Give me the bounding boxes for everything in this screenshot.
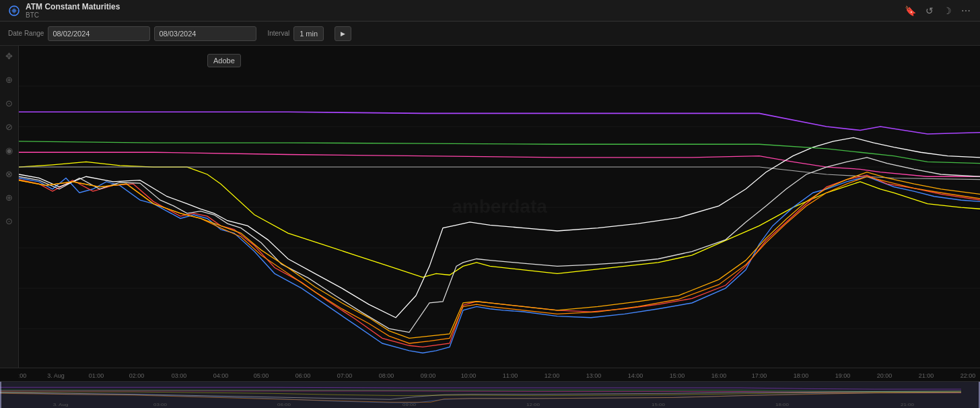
range-0900: 09:00 bbox=[403, 403, 416, 407]
atm-30-line bbox=[19, 167, 980, 180]
date-start-input[interactable] bbox=[48, 26, 150, 41]
theme-button[interactable]: ☽ bbox=[942, 4, 953, 18]
expand-button[interactable]: ▶ bbox=[335, 26, 351, 41]
xlabel-0500: 05:00 bbox=[254, 372, 269, 379]
atm-1-line bbox=[19, 176, 980, 353]
xlabel-1900: 19:00 bbox=[835, 372, 851, 379]
sidebar-icon-6[interactable]: ⊗ bbox=[5, 169, 13, 179]
sidebar-icon-1[interactable]: ✥ bbox=[5, 51, 13, 61]
xlabel-2200: 22:00 bbox=[960, 372, 976, 379]
header: ATM Constant Maturities BTC 🔖 ↺ ☽ ⋯ bbox=[0, 0, 980, 22]
xlabel-aug3: 3. Aug bbox=[47, 372, 65, 379]
sidebar-icon-2[interactable]: ⊕ bbox=[5, 75, 13, 85]
header-left: ATM Constant Maturities BTC bbox=[8, 2, 120, 19]
main-area: ✥ ⊕ ⊙ ⊘ ◉ ⊗ ⊕ ⊙ amberdata Adobe bbox=[0, 46, 980, 368]
xlabel-1700: 17:00 bbox=[752, 372, 767, 379]
xlabel-1100: 11:00 bbox=[503, 372, 518, 379]
x-axis-svg: 23:00 3. Aug 01:00 02:00 03:00 04:00 05:… bbox=[19, 368, 980, 382]
sidebar-icon-7[interactable]: ⊕ bbox=[5, 193, 13, 203]
xlabel-0800: 08:00 bbox=[379, 372, 394, 379]
chart-area: amberdata Adobe bbox=[19, 46, 980, 368]
app-title: ATM Constant Maturities bbox=[26, 2, 120, 11]
xlabel-1600: 16:00 bbox=[711, 372, 727, 379]
interval-button[interactable]: 1 min bbox=[293, 26, 324, 41]
bookmark-button[interactable]: 🔖 bbox=[903, 4, 917, 18]
xlabel-0700: 07:00 bbox=[337, 372, 353, 379]
xlabel-2100: 21:00 bbox=[919, 372, 934, 379]
range-0600: 06:00 bbox=[277, 403, 291, 407]
date-end-input[interactable] bbox=[154, 26, 256, 41]
atm-90-line bbox=[19, 162, 980, 277]
interval-group: Interval 1 min bbox=[267, 26, 324, 41]
title-block: ATM Constant Maturities BTC bbox=[26, 2, 120, 19]
sidebar-icon-4[interactable]: ⊘ bbox=[5, 122, 13, 132]
range-svg: 3. Aug 03:00 06:00 09:00 12:00 15:00 18:… bbox=[0, 382, 980, 409]
xlabel-1400: 14:00 bbox=[628, 372, 643, 379]
sidebar-icon-8[interactable]: ⊙ bbox=[5, 216, 13, 226]
xlabel-2300: 23:00 bbox=[19, 372, 26, 379]
xlabel-0600: 06:00 bbox=[295, 372, 311, 379]
svg-rect-13 bbox=[0, 382, 1, 409]
xlabel-0400: 04:00 bbox=[213, 372, 229, 379]
controls-bar: Date Range Interval 1 min ▶ bbox=[0, 22, 980, 46]
menu-button[interactable]: ⋯ bbox=[960, 4, 972, 18]
xlabel-0200: 02:00 bbox=[129, 372, 145, 379]
interval-label: Interval bbox=[267, 30, 289, 37]
refresh-button[interactable]: ↺ bbox=[924, 4, 935, 18]
range-0300: 03:00 bbox=[153, 403, 167, 407]
range-1800: 18:00 bbox=[775, 403, 789, 407]
xlabel-1500: 15:00 bbox=[670, 372, 685, 379]
header-actions: 🔖 ↺ ☽ ⋯ bbox=[903, 4, 972, 18]
atm-180-line bbox=[19, 112, 980, 134]
x-axis: 23:00 3. Aug 01:00 02:00 03:00 04:00 05:… bbox=[0, 368, 980, 381]
app-icon bbox=[8, 5, 20, 17]
range-aug3: 3. Aug bbox=[53, 403, 69, 407]
xlabel-1200: 12:00 bbox=[545, 372, 560, 379]
sidebar: ✥ ⊕ ⊙ ⊘ ◉ ⊗ ⊕ ⊙ bbox=[0, 46, 19, 368]
app-subtitle: BTC bbox=[26, 11, 120, 19]
xlabel-0300: 03:00 bbox=[172, 372, 187, 379]
xlabel-0100: 01:00 bbox=[89, 372, 104, 379]
range-1500: 15:00 bbox=[652, 403, 665, 407]
xlabel-1800: 18:00 bbox=[794, 372, 809, 379]
date-range-label: Date Range bbox=[8, 30, 44, 37]
range-selector[interactable]: 3. Aug 03:00 06:00 09:00 12:00 15:00 18:… bbox=[0, 381, 980, 408]
main-chart-svg bbox=[19, 46, 980, 368]
xlabel-2000: 20:00 bbox=[877, 372, 893, 379]
xlabel-1300: 13:00 bbox=[586, 372, 602, 379]
sidebar-icon-3[interactable]: ⊙ bbox=[5, 98, 13, 108]
atm-21-line bbox=[19, 172, 980, 339]
sidebar-icon-5[interactable]: ◉ bbox=[5, 145, 13, 156]
range-2100: 21:00 bbox=[901, 403, 914, 407]
range-1200: 12:00 bbox=[526, 403, 540, 407]
date-range-group: Date Range bbox=[8, 26, 256, 41]
xlabel-1000: 10:00 bbox=[461, 372, 477, 379]
xlabel-0900: 09:00 bbox=[421, 372, 436, 379]
